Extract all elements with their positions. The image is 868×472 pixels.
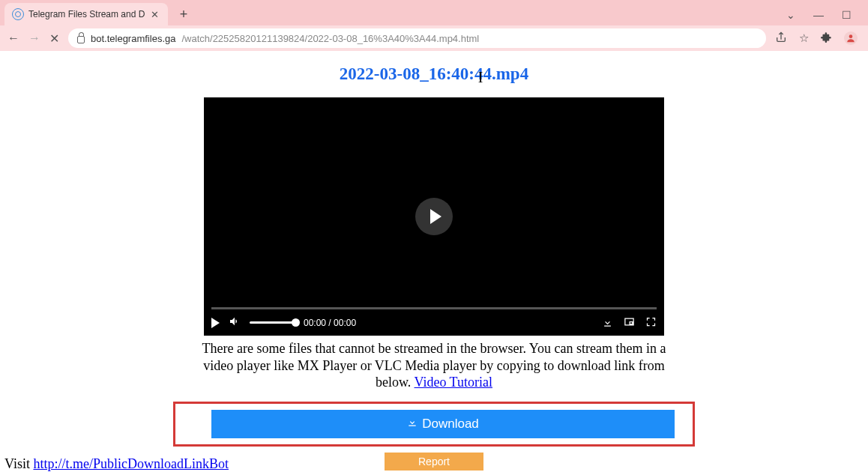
stop-button[interactable]: ✕: [49, 31, 59, 46]
browser-toolbar: ← → ✕ bot.telegramfiles.ga/watch/2252582…: [0, 25, 868, 51]
download-icon: [407, 417, 418, 432]
toolbar-icons: ☆: [775, 31, 861, 46]
video-controls: 00:00 / 00:00: [204, 307, 664, 336]
lock-icon: [77, 36, 85, 43]
time-current: 00:00: [304, 318, 326, 328]
stream-note: There are some files that cannot be stre…: [194, 340, 674, 391]
footer-link[interactable]: http://t.me/PublicDownloadLinkBot: [33, 456, 229, 471]
maximize-icon[interactable]: ☐: [842, 9, 852, 21]
extensions-icon[interactable]: [821, 31, 832, 45]
minimize-icon[interactable]: —: [813, 9, 824, 21]
video-download-icon[interactable]: [602, 316, 613, 330]
browser-chrome: Telegram Files Stream and Down ✕ + ⌄ — ☐…: [0, 0, 868, 51]
close-icon[interactable]: ✕: [149, 9, 160, 20]
address-bar[interactable]: bot.telegramfiles.ga/watch/2252582012113…: [68, 28, 766, 48]
report-label: Report: [418, 456, 450, 468]
url-host: bot.telegramfiles.ga: [91, 33, 175, 44]
tab-favicon: [12, 8, 24, 20]
time-total: 00:00: [334, 318, 356, 328]
share-icon[interactable]: [775, 31, 787, 46]
window-controls: ⌄ — ☐: [786, 9, 864, 25]
browser-tab[interactable]: Telegram Files Stream and Down ✕: [4, 3, 168, 25]
download-button[interactable]: Download: [211, 410, 675, 438]
file-title: 2022-03-08_16:40:44.mp4 I: [340, 64, 528, 84]
chevron-down-icon[interactable]: ⌄: [786, 9, 795, 21]
tab-title: Telegram Files Stream and Down: [28, 9, 145, 19]
back-button[interactable]: ←: [7, 31, 19, 45]
video-player[interactable]: 00:00 / 00:00: [204, 97, 664, 336]
new-tab-button[interactable]: +: [174, 4, 193, 24]
progress-bar[interactable]: [211, 307, 657, 309]
time-display: 00:00 / 00:00: [304, 318, 356, 328]
pip-icon[interactable]: [624, 316, 635, 330]
volume-slider[interactable]: [250, 321, 295, 324]
url-path: /watch/22525820121139824/2022-03-08_16%3…: [181, 33, 479, 44]
download-label: Download: [422, 417, 479, 432]
download-highlight: Download: [173, 402, 695, 447]
tutorial-link[interactable]: Video Tutorial: [415, 375, 492, 390]
tab-strip: Telegram Files Stream and Down ✕ + ⌄ — ☐: [0, 0, 868, 25]
profile-avatar[interactable]: [844, 31, 858, 45]
text-cursor: I: [478, 69, 483, 86]
file-title-text: 2022-03-08_16:40:44.mp4: [340, 64, 528, 83]
footer-prefix: Visit: [4, 456, 33, 471]
forward-button[interactable]: →: [28, 31, 40, 45]
page-content: 2022-03-08_16:40:44.mp4 I 00:00 / 00:00: [0, 51, 868, 471]
play-button[interactable]: [415, 198, 453, 235]
report-button[interactable]: Report: [385, 453, 483, 471]
fullscreen-icon[interactable]: [645, 316, 657, 330]
svg-point-0: [849, 34, 853, 38]
footer-text: Visit http://t.me/PublicDownloadLinkBot: [4, 456, 229, 472]
star-icon[interactable]: ☆: [799, 31, 809, 45]
play-icon[interactable]: [211, 318, 220, 328]
volume-icon[interactable]: [229, 315, 241, 330]
